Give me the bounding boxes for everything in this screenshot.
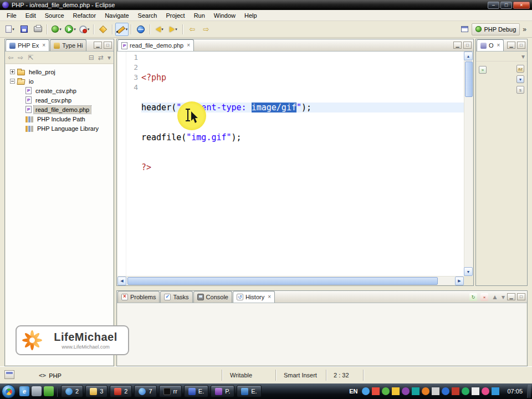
tray-icon[interactable] <box>402 387 410 395</box>
tree-item-php-include-path[interactable]: PHP Include Path <box>6 114 113 124</box>
tab-outline[interactable]: O × <box>477 39 504 51</box>
save-button[interactable] <box>17 23 30 36</box>
explorer-up-icon[interactable]: ⇱ <box>28 54 33 61</box>
bottom-view-menu-icon[interactable]: ▾ <box>502 294 505 300</box>
explorer-forward-icon[interactable]: ⇨ <box>18 54 23 61</box>
tab-console[interactable]: Console <box>193 291 232 303</box>
perspective-php-debug[interactable]: PHP Debug <box>472 23 520 35</box>
taskbar-group-2[interactable]: 3 <box>85 385 108 397</box>
scroll-up-icon[interactable]: ▲ <box>464 52 473 60</box>
tray-icon[interactable] <box>492 387 499 395</box>
refresh-icon[interactable]: ↻ <box>469 293 477 301</box>
scroll-left-icon[interactable]: ◀ <box>117 277 126 285</box>
menu-item-search[interactable]: Search <box>134 11 162 21</box>
previous-annotation-button[interactable]: ▾ <box>153 23 166 36</box>
start-button[interactable] <box>2 385 16 398</box>
collapse-all-icon[interactable]: ⊟ <box>89 54 94 61</box>
fast-view-icon[interactable] <box>4 370 14 379</box>
bottom-minimize-button[interactable]: ▁ <box>507 293 515 300</box>
language-indicator[interactable]: EN <box>349 388 357 395</box>
tab-php-explorer[interactable]: PHP Ex × <box>6 39 49 51</box>
explorer-maximize-button[interactable]: □ <box>104 42 112 49</box>
quick-launch-desktop-icon[interactable] <box>32 386 42 396</box>
forward-button[interactable]: ⇨ <box>200 23 213 36</box>
open-browser-button[interactable] <box>134 23 147 36</box>
taskbar-app-console[interactable]: rr <box>159 385 182 397</box>
editor-minimize-button[interactable]: ▁ <box>453 42 462 49</box>
tree-item-io[interactable]: io <box>6 76 113 86</box>
explorer-back-icon[interactable]: ⇦ <box>8 54 13 61</box>
tab-history[interactable]: ↺ History × <box>233 291 275 303</box>
menu-item-help[interactable]: Help <box>240 11 262 21</box>
outline-restore-icon[interactable]: » <box>479 66 487 74</box>
menu-item-navigate[interactable]: Navigate <box>100 11 133 21</box>
expander-icon[interactable] <box>10 69 15 74</box>
scroll-down-icon[interactable]: ▼ <box>464 267 473 276</box>
remove-icon[interactable]: × <box>480 293 488 301</box>
tab-problems[interactable]: Problems <box>117 291 160 303</box>
print-button[interactable] <box>31 23 44 36</box>
new-wizard-shortcut-button[interactable] <box>96 23 110 36</box>
menu-item-source[interactable]: Source <box>40 11 69 21</box>
tray-icon[interactable] <box>412 387 420 395</box>
bottom-maximize-button[interactable]: □ <box>517 293 525 300</box>
tray-icon[interactable] <box>442 387 449 395</box>
taskbar-app-eclipse[interactable]: E. <box>184 385 208 397</box>
tray-icon[interactable] <box>382 387 390 395</box>
outline-view-menu-icon[interactable]: ▾ <box>521 53 525 60</box>
tray-icon[interactable] <box>432 387 439 395</box>
vertical-scrollbar[interactable]: ▲ ▼ <box>464 52 473 276</box>
quick-launch-media-icon[interactable] <box>44 386 54 396</box>
history-tab-close-icon[interactable]: × <box>268 294 271 300</box>
taskbar-app-p[interactable]: P. <box>211 385 234 397</box>
menu-item-project[interactable]: Project <box>161 11 189 21</box>
debug-button[interactable]: ▾ <box>50 23 63 36</box>
expander-icon[interactable] <box>10 79 15 84</box>
outline-maximize-button[interactable]: □ <box>517 42 525 49</box>
horizontal-scroll-thumb[interactable] <box>127 277 438 285</box>
hide-static-icon[interactable]: s <box>516 86 524 94</box>
menu-item-refactor[interactable]: Refactor <box>69 11 101 21</box>
tree-item-read-csv[interactable]: read_csv.php <box>6 95 113 105</box>
scroll-right-icon[interactable]: ▶ <box>455 277 464 285</box>
code-area[interactable]: <?php header("content-type: image/gif");… <box>141 52 464 276</box>
tray-icon[interactable] <box>422 387 429 395</box>
tray-icon[interactable] <box>392 387 400 395</box>
tray-icon[interactable] <box>452 387 459 395</box>
tab-close-icon[interactable]: × <box>42 43 45 48</box>
outline-minimize-button[interactable]: ▁ <box>507 42 515 49</box>
new-wizard-button[interactable]: ▾ <box>3 23 17 36</box>
taskbar-group-4[interactable]: 7 <box>134 385 156 397</box>
explorer-minimize-button[interactable]: ▁ <box>94 42 102 49</box>
toolbar-overflow-chevron[interactable]: » <box>520 25 529 33</box>
tab-read-file-demo[interactable]: read_file_demo.php × <box>117 39 194 51</box>
tray-icon[interactable] <box>372 387 380 395</box>
tray-icon[interactable] <box>472 387 479 395</box>
outline-tab-close-icon[interactable]: × <box>497 43 500 48</box>
tray-icon[interactable] <box>482 387 489 395</box>
menu-item-window[interactable]: Window <box>209 11 240 21</box>
link-with-editor-icon[interactable]: ⇄ <box>98 54 104 61</box>
back-button[interactable]: ⇦ <box>186 23 199 36</box>
taskbar-app-e2[interactable]: E. <box>237 385 261 397</box>
tree-item-hello-proj[interactable]: hello_proj <box>6 67 113 76</box>
maximize-button[interactable]: □ <box>500 2 512 9</box>
view-menu-icon[interactable]: ▾ <box>108 54 111 61</box>
taskbar-group-3[interactable]: 2 <box>110 385 132 397</box>
next-annotation-button[interactable]: ▾ <box>167 23 180 36</box>
run-button[interactable]: ▾ <box>64 23 77 36</box>
taskbar-clock[interactable]: 07:05 <box>507 388 523 395</box>
close-button[interactable]: × <box>513 2 530 9</box>
tab-tasks[interactable]: Tasks <box>160 291 192 303</box>
menu-item-edit[interactable]: Edit <box>21 11 40 21</box>
editor-maximize-button[interactable]: □ <box>463 42 472 49</box>
mark-occurrences-button[interactable]: ▾ <box>115 23 129 36</box>
vertical-scroll-thumb[interactable] <box>465 62 473 97</box>
tray-icon[interactable] <box>462 387 469 395</box>
quick-launch-browser-icon[interactable]: e <box>19 386 29 396</box>
filter-fields-icon[interactable]: ▾ <box>516 75 524 83</box>
taskbar-group-1[interactable]: 2 <box>61 385 83 397</box>
menu-item-file[interactable]: File <box>2 11 21 21</box>
sort-icon[interactable]: az <box>516 65 524 73</box>
horizontal-scrollbar[interactable]: ◀ ▶ <box>117 276 464 285</box>
